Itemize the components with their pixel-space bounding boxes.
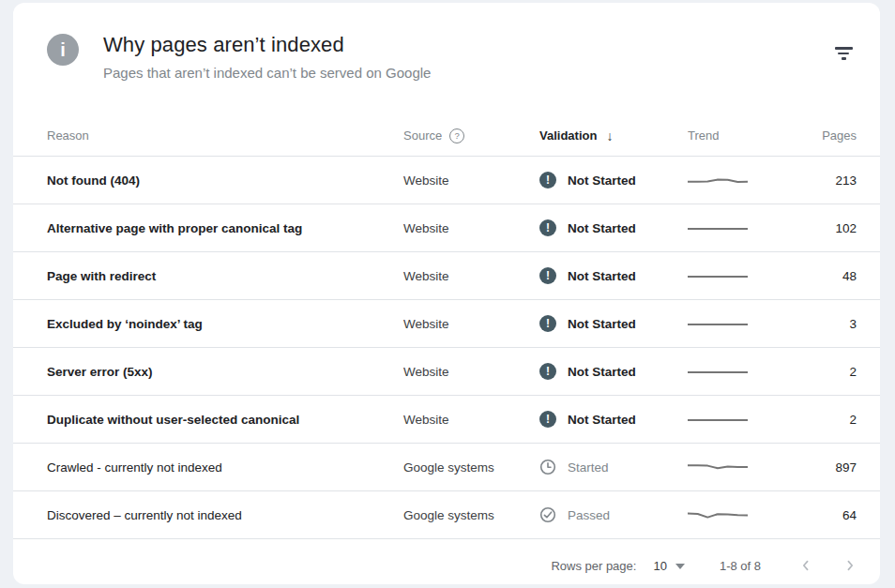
trend-cell [688, 269, 810, 282]
trend-sparkline-chart [688, 221, 748, 234]
column-header-trend[interactable]: Trend [688, 128, 810, 143]
table-row[interactable]: Duplicate without user-selected canonica… [13, 396, 880, 444]
reason-cell: Page with redirect [47, 269, 403, 283]
source-cell: Google systems [403, 508, 539, 522]
validation-cell: !Not Started [539, 315, 688, 332]
filter-list-icon [835, 47, 853, 60]
pages-count: 102 [810, 221, 857, 235]
column-header-trend-label: Trend [688, 128, 719, 143]
table-footer: Rows per page: 10 1-8 of 8 [13, 539, 880, 588]
info-icon: i [47, 34, 79, 66]
trend-cell [688, 413, 810, 426]
reason-cell: Server error (5xx) [47, 365, 403, 379]
rows-per-page-select[interactable]: 10 [653, 559, 684, 573]
trend-cell [688, 508, 810, 521]
chevron-left-icon [799, 559, 812, 572]
table-body: Not found (404)Website!Not Started213Alt… [13, 157, 880, 539]
dropdown-caret-icon [675, 564, 685, 569]
source-cell: Google systems [403, 460, 539, 475]
trend-cell [688, 221, 810, 234]
validation-status-label: Not Started [568, 365, 636, 379]
validation-status-label: Not Started [568, 173, 636, 188]
trend-sparkline-chart [688, 508, 748, 521]
reason-cell: Crawled - currently not indexed [47, 460, 403, 475]
rows-per-page-label: Rows per page: [551, 559, 636, 573]
info-icon-glyph: i [60, 40, 66, 59]
pages-count: 2 [810, 413, 857, 427]
trend-sparkline-chart [688, 269, 748, 282]
page-subtitle: Pages that aren’t indexed can’t be serve… [103, 65, 431, 81]
table-row[interactable]: Alternative page with proper canonical t… [13, 204, 880, 252]
validation-cell: Passed [539, 506, 688, 523]
not-started-exclamation-icon: ! [539, 172, 556, 188]
column-header-source[interactable]: Source ? [403, 128, 539, 143]
source-cell: Website [403, 221, 539, 235]
reason-cell: Alternative page with proper canonical t… [47, 221, 403, 235]
check-circle-icon [539, 506, 556, 523]
validation-status-label: Passed [568, 508, 610, 522]
next-page-button[interactable] [842, 558, 857, 573]
trend-sparkline-chart [688, 317, 748, 330]
column-header-source-label: Source [403, 128, 442, 143]
validation-status-label: Started [568, 460, 609, 475]
pages-count: 64 [810, 508, 857, 522]
trend-sparkline-chart [688, 173, 748, 187]
validation-status-label: Not Started [568, 269, 636, 283]
validation-cell: !Not Started [539, 219, 688, 236]
validation-status-label: Not Started [568, 317, 636, 331]
source-cell: Website [403, 269, 539, 283]
trend-sparkline-chart [688, 460, 748, 474]
trend-cell [688, 460, 810, 474]
indexing-report-card: i Why pages aren’t indexed Pages that ar… [13, 3, 880, 584]
reason-cell: Discovered – currently not indexed [47, 508, 403, 522]
pages-count: 897 [810, 460, 857, 475]
source-cell: Website [403, 413, 539, 427]
validation-cell: !Not Started [539, 363, 688, 380]
sort-desc-arrow-icon: ↓ [606, 128, 613, 143]
table-row[interactable]: Not found (404)Website!Not Started213 [13, 157, 880, 204]
page-title: Why pages aren’t indexed [103, 33, 431, 57]
card-header: i Why pages aren’t indexed Pages that ar… [13, 3, 880, 115]
source-cell: Website [403, 317, 539, 331]
help-icon[interactable]: ? [449, 128, 464, 143]
column-header-validation[interactable]: Validation ↓ [539, 128, 688, 143]
not-started-exclamation-icon: ! [539, 219, 556, 236]
reason-cell: Excluded by ‘noindex’ tag [47, 317, 403, 331]
table-row[interactable]: Page with redirectWebsite!Not Started48 [13, 252, 880, 300]
validation-status-label: Not Started [568, 413, 636, 427]
chevron-right-icon [843, 559, 857, 572]
trend-sparkline-chart [688, 365, 748, 378]
validation-status-label: Not Started [568, 221, 636, 235]
column-header-pages[interactable]: Pages [810, 128, 857, 143]
clock-icon [539, 459, 556, 475]
source-cell: Website [403, 365, 539, 379]
title-block: Why pages aren’t indexed Pages that aren… [103, 33, 431, 81]
reason-cell: Not found (404) [47, 173, 403, 188]
not-started-exclamation-icon: ! [539, 363, 556, 380]
trend-cell [688, 365, 810, 378]
table-header-row: Reason Source ? Validation ↓ Trend Pages [13, 115, 880, 157]
table-row[interactable]: Crawled - currently not indexedGoogle sy… [13, 444, 880, 491]
pages-count: 3 [810, 317, 857, 331]
rows-per-page-value: 10 [653, 559, 666, 573]
column-header-reason[interactable]: Reason [47, 128, 403, 143]
not-started-exclamation-icon: ! [539, 267, 556, 284]
pages-count: 48 [810, 269, 857, 283]
validation-cell: !Not Started [539, 172, 688, 188]
pagination-range: 1-8 of 8 [720, 559, 761, 573]
table-row[interactable]: Discovered – currently not indexedGoogle… [13, 491, 880, 539]
table-row[interactable]: Server error (5xx)Website!Not Started2 [13, 348, 880, 396]
trend-cell [688, 173, 810, 187]
reason-cell: Duplicate without user-selected canonica… [47, 413, 403, 427]
column-header-reason-label: Reason [47, 128, 89, 143]
previous-page-button[interactable] [798, 558, 813, 573]
validation-cell: !Not Started [539, 267, 688, 284]
column-header-validation-label: Validation [539, 128, 597, 143]
not-started-exclamation-icon: ! [539, 315, 556, 332]
pages-count: 2 [810, 365, 857, 379]
table-row[interactable]: Excluded by ‘noindex’ tagWebsite!Not Sta… [13, 300, 880, 348]
validation-cell: !Not Started [539, 411, 688, 428]
source-cell: Website [403, 173, 539, 188]
page-background: i Why pages aren’t indexed Pages that ar… [0, 0, 895, 588]
filter-button[interactable] [829, 40, 857, 67]
